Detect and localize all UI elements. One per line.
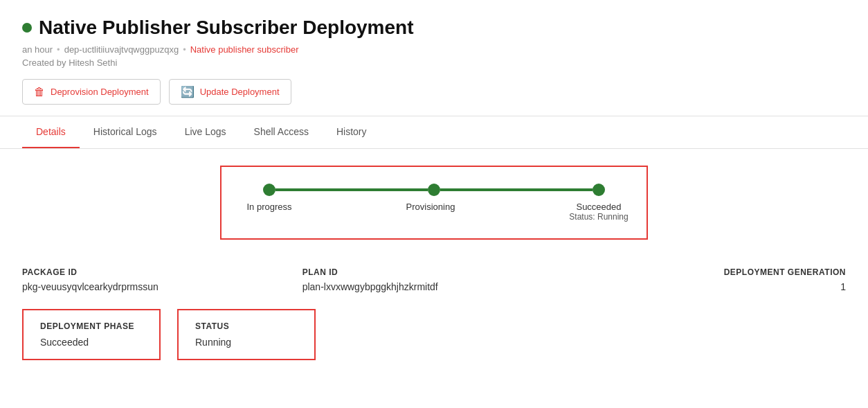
created-by: Created by Hitesh Sethi: [22, 57, 846, 68]
progress-section: In progress Provisioning Succeeded Statu…: [22, 166, 846, 240]
deployment-gen-item: DEPLOYMENT GENERATION 1: [582, 267, 846, 292]
meta-app-link[interactable]: Native publisher subscriber: [190, 44, 299, 55]
progress-track: [263, 184, 605, 196]
tab-historical-logs[interactable]: Historical Logs: [80, 116, 171, 148]
status-dot: [22, 23, 32, 33]
tab-bar: Details Historical Logs Live Logs Shell …: [0, 116, 868, 149]
progress-line-1: [275, 188, 428, 191]
package-id-label: PACKAGE ID: [22, 267, 286, 277]
progress-label-1-text: In progress: [242, 202, 297, 212]
tab-live-logs[interactable]: Live Logs: [171, 116, 240, 148]
meta-sep-1: •: [57, 44, 60, 55]
progress-node-2: [428, 184, 440, 196]
progress-label-2: Provisioning: [297, 202, 564, 212]
package-id-item: PACKAGE ID pkg-veuusyqvlcearkydrprmssun: [22, 267, 286, 292]
tab-shell-access[interactable]: Shell Access: [240, 116, 323, 148]
deployment-gen-value: 1: [582, 281, 846, 292]
page-header: Native Publisher Subscriber Deployment a…: [0, 0, 868, 116]
package-id-value: pkg-veuusyqvlcearkydrprmssun: [22, 281, 286, 292]
progress-label-3-text: Succeeded: [564, 202, 633, 212]
actions-row: 🗑 Deprovision Deployment 🔄 Update Deploy…: [22, 79, 846, 105]
deployment-phase-label: DEPLOYMENT PHASE: [40, 321, 143, 331]
page-title: Native Publisher Subscriber Deployment: [39, 17, 414, 39]
deployment-phase-box: DEPLOYMENT PHASE Succeeded: [22, 309, 161, 360]
progress-box: In progress Provisioning Succeeded Statu…: [220, 166, 648, 240]
progress-labels: In progress Provisioning Succeeded Statu…: [263, 202, 605, 222]
update-icon: 🔄: [181, 85, 195, 98]
progress-label-2-text: Provisioning: [297, 202, 564, 212]
deployment-gen-label: DEPLOYMENT GENERATION: [582, 267, 846, 277]
deployment-phase-value: Succeeded: [40, 337, 143, 348]
meta-deployment-id: dep-uctlitiiuvajtvqwggpuzqxg: [64, 44, 179, 55]
title-row: Native Publisher Subscriber Deployment: [22, 17, 846, 39]
progress-label-1: In progress: [242, 202, 297, 212]
status-label: STATUS: [195, 321, 298, 331]
progress-line-2: [440, 188, 593, 191]
deprovision-label: Deprovision Deployment: [51, 87, 149, 97]
progress-label-3: Succeeded Status: Running: [564, 202, 633, 222]
progress-label-3-sub: Status: Running: [564, 212, 633, 222]
bottom-section: DEPLOYMENT PHASE Succeeded STATUS Runnin…: [22, 309, 846, 360]
tab-details[interactable]: Details: [22, 116, 80, 148]
info-section: PACKAGE ID pkg-veuusyqvlcearkydrprmssun …: [22, 262, 846, 292]
progress-node-3: [593, 184, 605, 196]
plan-id-label: PLAN ID: [302, 267, 566, 277]
plan-id-value: plan-lxvxwwgybpggkhjhzkrmitdf: [302, 281, 566, 292]
update-label: Update Deployment: [200, 87, 280, 97]
status-box: STATUS Running: [177, 309, 316, 360]
status-value: Running: [195, 337, 298, 348]
meta-time: an hour: [22, 44, 53, 55]
main-content: In progress Provisioning Succeeded Statu…: [0, 149, 868, 377]
meta-row: an hour • dep-uctlitiiuvajtvqwggpuzqxg •…: [22, 44, 846, 55]
meta-sep-2: •: [183, 44, 186, 55]
plan-id-item: PLAN ID plan-lxvxwwgybpggkhjhzkrmitdf: [302, 267, 566, 292]
update-button[interactable]: 🔄 Update Deployment: [169, 79, 291, 105]
progress-node-1: [263, 184, 275, 196]
deprovision-button[interactable]: 🗑 Deprovision Deployment: [22, 79, 161, 105]
deprovision-icon: 🗑: [34, 86, 45, 98]
tab-history[interactable]: History: [323, 116, 381, 148]
